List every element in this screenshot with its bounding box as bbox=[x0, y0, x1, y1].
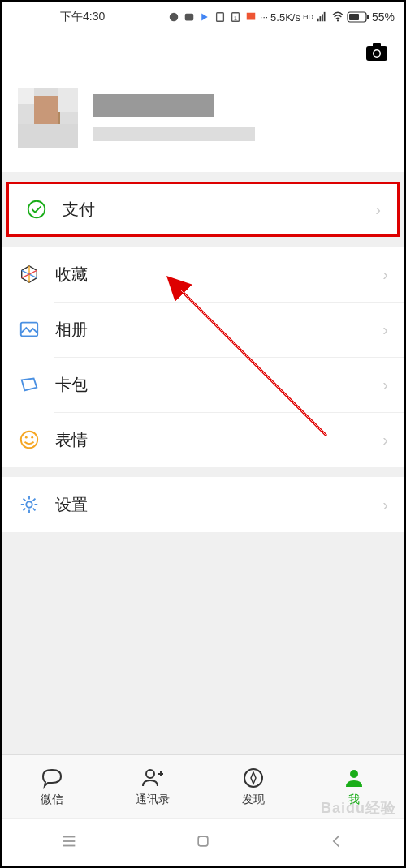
status-time: 下午4:30 bbox=[60, 10, 105, 24]
camera-icon[interactable] bbox=[365, 42, 388, 62]
svg-rect-14 bbox=[349, 14, 359, 20]
status-icons: 1 ··· 5.5K/s HD 55% bbox=[167, 11, 395, 24]
status-dots: ··· bbox=[260, 11, 268, 23]
svg-rect-10 bbox=[324, 12, 326, 21]
album-row[interactable]: 相册 › bbox=[2, 302, 404, 357]
svg-marker-2 bbox=[201, 14, 208, 21]
tab-contacts[interactable]: 通讯录 bbox=[102, 755, 203, 818]
album-label: 相册 bbox=[55, 319, 382, 341]
svg-rect-16 bbox=[373, 43, 381, 48]
settings-row[interactable]: 设置 › bbox=[2, 477, 404, 532]
pay-label: 支付 bbox=[63, 199, 375, 221]
chevron-right-icon: › bbox=[382, 496, 388, 514]
battery-pct: 55% bbox=[372, 11, 395, 24]
status-bar: 下午4:30 1 ··· 5.5K/s HD bbox=[2, 2, 404, 32]
hd-label: HD bbox=[303, 13, 313, 21]
settings-label: 设置 bbox=[55, 494, 382, 516]
watermark: Baidu经验 bbox=[321, 798, 396, 818]
chat-icon bbox=[40, 766, 64, 790]
chevron-right-icon: › bbox=[382, 320, 388, 339]
profile-name-redacted bbox=[93, 94, 214, 117]
tab-discover[interactable]: 发现 bbox=[203, 755, 304, 818]
svg-rect-8 bbox=[319, 16, 321, 21]
settings-section: 设置 › bbox=[2, 477, 404, 532]
android-nav-bar bbox=[2, 818, 404, 863]
svg-rect-41 bbox=[198, 836, 208, 846]
cards-icon bbox=[18, 373, 41, 396]
stickers-label: 表情 bbox=[55, 429, 382, 451]
battery-icon bbox=[347, 11, 369, 24]
gear-icon bbox=[18, 493, 41, 516]
contacts-icon bbox=[140, 766, 165, 790]
svg-point-25 bbox=[21, 432, 37, 448]
nav-recent-button[interactable] bbox=[45, 832, 93, 850]
features-section: 收藏 › 相册 › 卡包 › 表情 › bbox=[2, 247, 404, 467]
favorites-label: 收藏 bbox=[55, 264, 382, 286]
flag-icon bbox=[244, 11, 257, 24]
header bbox=[2, 32, 404, 71]
svg-point-27 bbox=[31, 436, 33, 439]
cards-row[interactable]: 卡包 › bbox=[2, 357, 404, 412]
svg-rect-7 bbox=[317, 19, 319, 22]
cards-label: 卡包 bbox=[55, 374, 382, 396]
tab-contacts-label: 通讯录 bbox=[136, 793, 170, 807]
pay-icon bbox=[25, 198, 48, 221]
stickers-icon bbox=[18, 428, 41, 451]
profile-text bbox=[93, 94, 388, 141]
message-icon bbox=[183, 11, 196, 24]
svg-rect-24 bbox=[21, 323, 37, 337]
pay-highlight-box: 支付 › bbox=[6, 182, 400, 237]
svg-rect-13 bbox=[367, 15, 369, 19]
nav-home-button[interactable] bbox=[179, 833, 227, 849]
svg-point-32 bbox=[146, 770, 154, 778]
profile-section[interactable] bbox=[2, 71, 404, 172]
chevron-right-icon: › bbox=[382, 431, 388, 449]
stickers-row[interactable]: 表情 › bbox=[2, 412, 404, 467]
net-speed: 5.5K/s bbox=[270, 11, 300, 24]
person-icon bbox=[342, 766, 366, 790]
sim1-icon: 1 bbox=[229, 11, 242, 24]
chat-bubble-icon bbox=[167, 11, 180, 24]
tab-chat[interactable]: 微信 bbox=[2, 755, 102, 818]
svg-point-19 bbox=[28, 201, 45, 217]
chevron-right-icon: › bbox=[375, 200, 381, 219]
svg-point-0 bbox=[170, 13, 179, 22]
profile-id-redacted bbox=[93, 127, 255, 141]
pay-row[interactable]: 支付 › bbox=[9, 184, 397, 234]
wifi-icon bbox=[331, 11, 344, 24]
nav-back-button[interactable] bbox=[313, 833, 361, 849]
compass-icon bbox=[241, 766, 266, 790]
tab-discover-label: 发现 bbox=[242, 793, 265, 807]
svg-rect-3 bbox=[217, 13, 224, 22]
play-icon bbox=[198, 11, 211, 24]
svg-rect-1 bbox=[185, 14, 194, 21]
svg-text:1: 1 bbox=[234, 15, 237, 21]
favorites-row[interactable]: 收藏 › bbox=[2, 247, 404, 302]
svg-point-26 bbox=[25, 436, 28, 439]
svg-point-11 bbox=[337, 19, 339, 21]
avatar bbox=[18, 88, 78, 148]
svg-marker-36 bbox=[251, 772, 256, 784]
sim-icon bbox=[214, 11, 227, 24]
svg-rect-6 bbox=[247, 13, 256, 20]
svg-point-37 bbox=[350, 770, 358, 778]
svg-point-18 bbox=[374, 51, 380, 57]
svg-point-28 bbox=[26, 501, 32, 507]
favorites-icon bbox=[18, 263, 41, 286]
chevron-right-icon: › bbox=[382, 265, 388, 284]
album-icon bbox=[18, 318, 41, 341]
chevron-right-icon: › bbox=[382, 376, 388, 394]
tab-chat-label: 微信 bbox=[41, 793, 63, 807]
signal-icon bbox=[316, 11, 329, 24]
svg-rect-9 bbox=[322, 15, 323, 22]
